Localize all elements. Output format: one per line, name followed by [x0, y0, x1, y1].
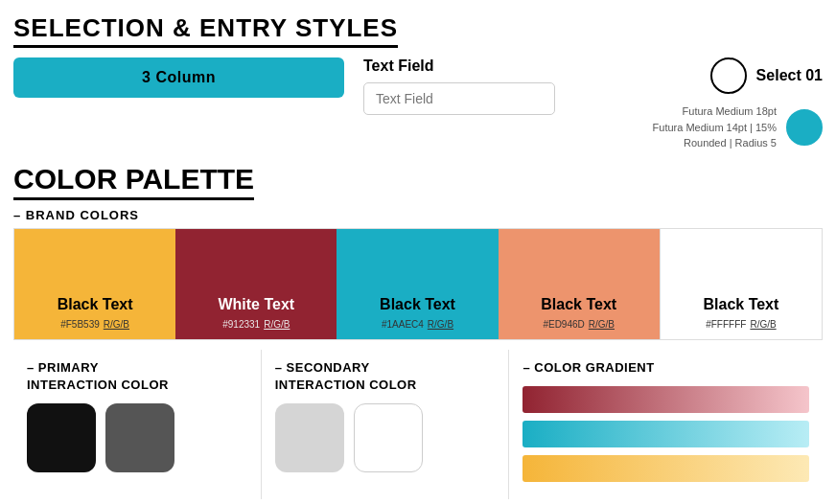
swatch-teal-text: Black Text: [380, 296, 455, 313]
page-title: SELECTION & ENTRY STYLES: [13, 13, 398, 48]
bottom-row: – PRIMARY INTERACTION COLOR – SECONDARY …: [13, 350, 823, 499]
secondary-white-box: [354, 403, 423, 472]
swatch-crimson: White Text #912331 R/G/B: [175, 229, 337, 339]
primary-gray-box: [105, 403, 174, 472]
color-palette-heading: COLOR PALETTE: [13, 163, 254, 200]
primary-black-box: [27, 403, 96, 472]
page-container: SELECTION & ENTRY STYLES 3 Column Text F…: [0, 0, 836, 504]
text-field-section: Text Field: [363, 57, 555, 115]
primary-title: – PRIMARY INTERACTION COLOR: [27, 359, 247, 394]
swatch-salmon-codes: #ED946D R/G/B: [543, 319, 615, 330]
swatch-gold-codes: #F5B539 R/G/B: [60, 319, 129, 330]
color-swatches: Black Text #F5B539 R/G/B White Text #912…: [13, 228, 823, 340]
secondary-color-boxes: [275, 403, 496, 472]
swatch-gold: Black Text #F5B539 R/G/B: [14, 229, 175, 339]
secondary-lightgray-box: [275, 403, 344, 472]
select-section: Select 01 Futura Medium 18pt Futura Medi…: [653, 57, 823, 151]
swatch-crimson-text: White Text: [218, 296, 294, 313]
gradient-gold-bar: [522, 455, 809, 482]
swatch-teal: Black Text #1AAEC4 R/G/B: [337, 229, 498, 339]
swatch-crimson-codes: #912331 R/G/B: [222, 319, 290, 330]
gradient-title: – COLOR GRADIENT: [522, 359, 809, 377]
swatch-white: Black Text #FFFFFF R/G/B: [660, 229, 822, 339]
swatch-gold-text: Black Text: [58, 296, 133, 313]
secondary-title: – SECONDARY INTERACTION COLOR: [275, 359, 496, 394]
gradient-section: – COLOR GRADIENT: [509, 350, 823, 499]
secondary-section: – SECONDARY INTERACTION COLOR: [262, 350, 510, 499]
select-label: Select 01: [756, 67, 823, 84]
gradient-teal-bar: [522, 421, 809, 447]
top-row: 3 Column Text Field Select 01 Futura Med…: [13, 57, 823, 151]
select-row: Select 01: [710, 57, 823, 94]
text-field-label: Text Field: [363, 57, 555, 75]
select-circle-filled[interactable]: [786, 109, 823, 146]
swatch-salmon-text: Black Text: [541, 296, 616, 313]
swatch-salmon: Black Text #ED946D R/G/B: [499, 229, 660, 339]
swatch-teal-codes: #1AAEC4 R/G/B: [382, 319, 453, 330]
three-column-button[interactable]: 3 Column: [13, 57, 344, 98]
swatch-white-text: Black Text: [703, 296, 778, 313]
primary-color-boxes: [27, 403, 247, 472]
text-field-input[interactable]: [363, 82, 555, 115]
swatch-white-codes: #FFFFFF R/G/B: [706, 319, 776, 330]
primary-section: – PRIMARY INTERACTION COLOR: [13, 350, 262, 499]
font-info: Futura Medium 18pt Futura Medium 14pt | …: [653, 103, 777, 151]
gradient-crimson-bar: [522, 386, 809, 413]
select-circle-empty[interactable]: [710, 57, 747, 94]
brand-colors-label: – BRAND COLORS: [13, 208, 823, 222]
